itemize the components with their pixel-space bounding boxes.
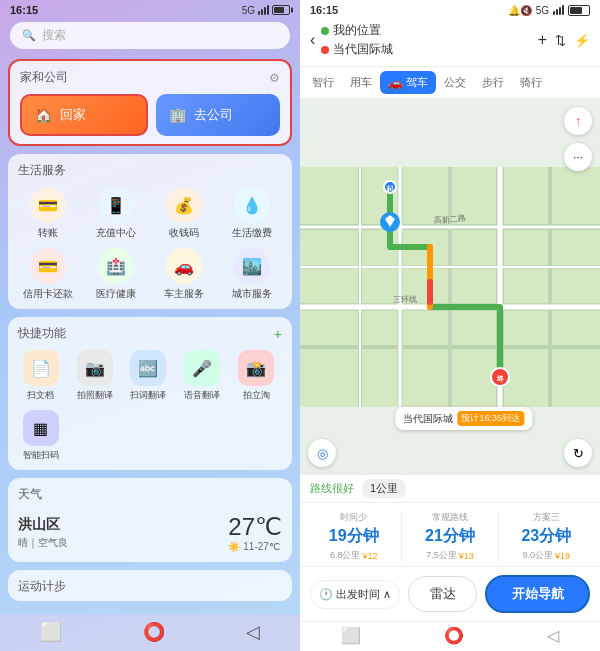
radar-button[interactable]: 雷达	[408, 576, 477, 612]
go-company-button[interactable]: 🏢 去公司	[156, 94, 280, 136]
map-location-button[interactable]: ◎	[308, 439, 336, 467]
right-status-bar: 16:15 🔔🔇 5G	[300, 0, 600, 18]
right-time: 16:15	[310, 4, 338, 16]
scan-doc-icon: 📄	[23, 350, 59, 386]
destination-dot	[321, 46, 329, 54]
route-option-normal[interactable]: 常规路线 21分钟 7.5公里 ¥13	[402, 511, 497, 562]
steps-section: 运动计步	[8, 570, 292, 601]
add-waypoint-button[interactable]: +	[538, 31, 547, 49]
depart-time-button[interactable]: 🕐 出发时间 ∧	[310, 580, 400, 609]
car-service-icon: 🚗	[166, 248, 202, 284]
route-scale-button[interactable]: 1公里	[362, 479, 406, 498]
route-info: 我的位置 当代国际城	[321, 22, 531, 58]
bottom-actions: 🕐 出发时间 ∧ 雷达 开始导航	[300, 567, 600, 621]
life-services-grid: 💳 转账 📱 充值中心 💰 收钱码 💧 生活缴费 💳 信用卡还款 🏥 医	[18, 187, 282, 301]
route-option-fastest[interactable]: 时间少 19分钟 6.8公里 ¥12	[306, 511, 401, 562]
right-nav-circle[interactable]: ⭕	[444, 626, 464, 645]
life-item-transfer[interactable]: 💳 转账	[18, 187, 78, 240]
route-quality-bar: 路线很好 1公里	[300, 475, 600, 503]
route-alt-time: 23分钟	[521, 526, 571, 547]
route-option-alt[interactable]: 方案三 23分钟 9.0公里 ¥19	[499, 511, 594, 562]
route-fastest-time: 19分钟	[329, 526, 379, 547]
home-company-settings-icon[interactable]: ⚙	[269, 71, 280, 85]
map-area[interactable]: 起 终 高新二路 三环线 ↑ ··· ◎ ↻ 当代国际城 预计	[300, 99, 600, 475]
life-item-creditcard[interactable]: 💳 信用卡还款	[18, 248, 78, 301]
start-navigation-button[interactable]: 开始导航	[485, 575, 590, 613]
quick-photo-translate[interactable]: 📷 拍照翻译	[72, 350, 118, 402]
transport-tabs: 智行 用车 🚗 驾车 公交 步行 骑行	[300, 67, 600, 99]
map-destination-label: 当代国际城 预计16:35到达	[395, 407, 532, 430]
quick-nav-buttons: 🏠 回家 🏢 去公司	[20, 94, 280, 136]
photo-translate-icon: 📷	[77, 350, 113, 386]
right-nav-square[interactable]: ⬜	[341, 626, 361, 645]
quick-functions-header: 快捷功能 +	[18, 325, 282, 342]
destination-name: 当代国际城	[403, 412, 453, 426]
recharge-icon: 📱	[98, 187, 134, 223]
weather-status: 晴｜空气良	[18, 536, 68, 550]
right-nav-bar: ⬜ ⭕ ◁	[300, 621, 600, 651]
left-signal: 5G	[242, 5, 255, 16]
quick-photo-shop[interactable]: 📸 拍立淘	[233, 350, 279, 402]
swap-route-button[interactable]: ⇅	[555, 33, 566, 48]
route-normal-time: 21分钟	[425, 526, 475, 547]
left-nav-bar: ⬜ ⭕ ◁	[0, 615, 300, 651]
back-button[interactable]: ‹	[310, 31, 315, 49]
quick-voice-translate[interactable]: 🎤 语音翻译	[179, 350, 225, 402]
tab-bike[interactable]: 骑行	[512, 71, 550, 94]
life-item-car[interactable]: 🚗 车主服务	[154, 248, 214, 301]
destination-label: 当代国际城	[333, 41, 393, 58]
life-services-section: 生活服务 💳 转账 📱 充值中心 💰 收钱码 💧 生活缴费 💳 信用卡还款	[8, 154, 292, 309]
sun-icon: ☀️	[228, 541, 240, 552]
map-more-button[interactable]: ···	[564, 143, 592, 171]
home-company-header: 家和公司 ⚙	[20, 69, 280, 86]
route-quality-label: 路线很好	[310, 481, 354, 496]
left-nav-circle[interactable]: ⭕	[143, 621, 165, 643]
home-company-title: 家和公司	[20, 69, 68, 86]
life-item-health[interactable]: 🏥 医疗健康	[86, 248, 146, 301]
life-item-qrcode[interactable]: 💰 收钱码	[154, 187, 214, 240]
home-btn-label: 回家	[60, 106, 86, 124]
life-item-utilities[interactable]: 💧 生活缴费	[222, 187, 282, 240]
eta-badge: 预计16:35到达	[457, 411, 524, 426]
svg-text:三环线: 三环线	[393, 295, 417, 304]
life-item-city[interactable]: 🏙️ 城市服务	[222, 248, 282, 301]
quick-smart-scan[interactable]: ▦ 智能扫码	[18, 410, 64, 462]
qrcode-icon: 💰	[166, 187, 202, 223]
left-time: 16:15	[10, 4, 38, 16]
quick-scan-translate[interactable]: 🔤 扫词翻译	[126, 350, 172, 402]
right-nav-back[interactable]: ◁	[547, 626, 559, 645]
right-battery	[568, 5, 590, 16]
my-location-label: 我的位置	[333, 22, 381, 39]
company-btn-label: 去公司	[194, 106, 233, 124]
map-refresh-button[interactable]: ↻	[564, 439, 592, 467]
right-status-icons: 🔔🔇	[508, 5, 532, 16]
left-nav-square[interactable]: ⬜	[40, 621, 62, 643]
search-bar[interactable]: 🔍 搜索	[10, 22, 290, 49]
creditcard-icon: 💳	[30, 248, 66, 284]
photo-shop-icon: 📸	[238, 350, 274, 386]
city-icon: 🏙️	[234, 248, 270, 284]
go-home-button[interactable]: 🏠 回家	[20, 94, 148, 136]
tab-drive[interactable]: 🚗 驾车	[380, 71, 436, 94]
left-nav-back[interactable]: ◁	[246, 621, 260, 643]
add-quick-function-icon[interactable]: +	[274, 326, 282, 342]
life-services-header: 生活服务	[18, 162, 282, 179]
charge-button[interactable]: ⚡	[574, 33, 590, 48]
right-signal-bars	[553, 5, 564, 15]
quick-scan-doc[interactable]: 📄 扫文档	[18, 350, 64, 402]
tab-walk[interactable]: 步行	[474, 71, 512, 94]
origin-dot	[321, 27, 329, 35]
right-panel: 16:15 🔔🔇 5G ‹ 我的位置 当代国际城	[300, 0, 600, 651]
left-battery-icon	[272, 5, 290, 15]
tab-bus[interactable]: 公交	[436, 71, 474, 94]
tab-hail[interactable]: 用车	[342, 71, 380, 94]
compass-button[interactable]: ↑	[564, 107, 592, 135]
life-item-recharge[interactable]: 📱 充值中心	[86, 187, 146, 240]
tab-smart-drive[interactable]: 智行	[304, 71, 342, 94]
weather-temp: 27℃	[228, 513, 282, 541]
search-icon: 🔍	[22, 29, 36, 42]
quick-functions-section: 快捷功能 + 📄 扫文档 📷 拍照翻译 🔤 扫词翻译 🎤 语音翻译 📸	[8, 317, 292, 470]
quick-functions-grid: 📄 扫文档 📷 拍照翻译 🔤 扫词翻译 🎤 语音翻译 📸 拍立淘 ▦ 智能	[18, 350, 282, 462]
smart-scan-icon: ▦	[23, 410, 59, 446]
steps-label: 运动计步	[18, 579, 66, 593]
